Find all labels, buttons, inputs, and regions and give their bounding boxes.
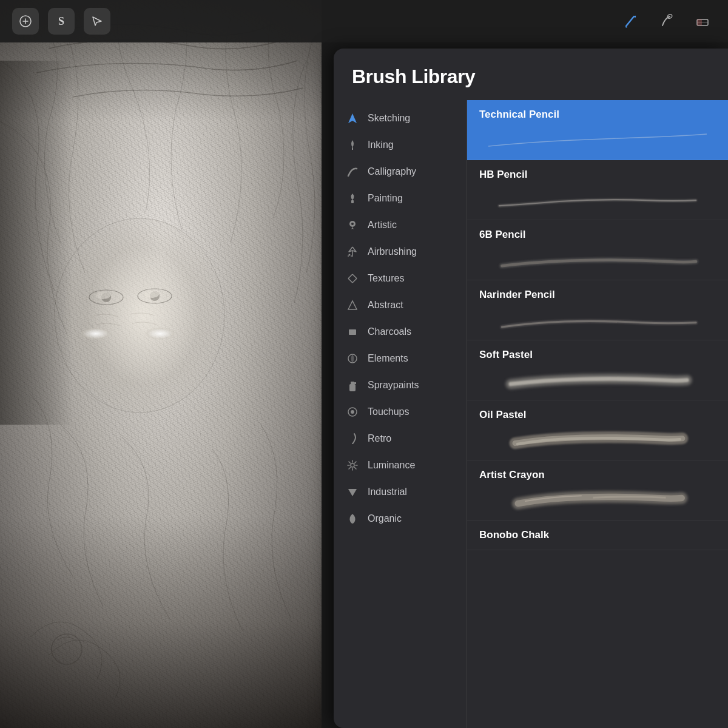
svg-point-6 [144,291,159,298]
artistic-label: Artistic [368,220,397,231]
elements-icon [346,352,359,365]
elements-label: Elements [368,353,408,364]
artistic-icon [346,218,359,232]
sidebar-item-elements[interactable]: Elements [334,345,467,372]
sidebar-item-retro[interactable]: Retro [334,425,467,452]
luminance-label: Luminance [368,460,415,471]
sidebar-item-airbrushing[interactable]: Airbrushing [334,238,467,265]
touchups-label: Touchups [368,406,410,417]
sidebar-item-sketching[interactable]: Sketching [334,105,467,132]
brush-item-narinder-pencil[interactable]: Narinder Pencil [467,280,728,340]
brush-list: Technical Pencil HB Pencil [467,100,728,728]
svg-point-24 [351,410,354,414]
svg-rect-12 [351,200,354,203]
industrial-icon [346,485,359,499]
sidebar-item-calligraphy[interactable]: Calligraphy [334,158,467,185]
svg-rect-21 [351,382,354,385]
calligraphy-icon [346,165,359,178]
sidebar-item-organic[interactable]: Organic [334,505,467,532]
svg-rect-22 [354,382,356,384]
painting-label: Painting [368,193,403,204]
brush-item-hb-pencil[interactable]: HB Pencil [467,160,728,220]
brush-name-6b-pencil: 6B Pencil [479,220,716,243]
svg-point-0 [55,218,224,413]
spraypaints-icon [346,379,359,392]
abstract-icon [346,298,359,312]
category-sidebar: Sketching Inking Calligraphy [334,100,467,728]
svg-point-7 [52,634,82,664]
brush-item-technical-pencil[interactable]: Technical Pencil [467,100,728,160]
svg-point-25 [351,463,354,467]
brush-item-artist-crayon[interactable]: Artist Crayon [467,460,728,521]
inking-icon [346,138,359,152]
sidebar-item-inking[interactable]: Inking [334,132,467,158]
organic-label: Organic [368,513,402,524]
brush-item-6b-pencil[interactable]: 6B Pencil [467,220,728,280]
svg-point-14 [351,223,354,225]
inking-label: Inking [368,140,394,150]
adjustments-icon[interactable]: S [48,8,75,35]
charcoals-icon [346,325,359,339]
touchups-icon [346,405,359,419]
brush-tool-icon[interactable] [618,8,644,35]
sidebar-item-spraypaints[interactable]: Spraypaints [334,372,467,399]
toolbar: S [0,0,728,42]
brush-name-narinder-pencil: Narinder Pencil [479,280,716,303]
sketching-label: Sketching [368,113,410,124]
textures-icon [346,272,359,285]
sidebar-item-textures[interactable]: Textures [334,265,467,292]
svg-point-17 [348,255,349,257]
sidebar-item-industrial[interactable]: Industrial [334,479,467,505]
svg-point-15 [349,254,351,256]
selection-icon[interactable] [84,8,110,35]
airbrushing-icon [346,245,359,258]
sidebar-item-charcoals[interactable]: Charcoals [334,318,467,345]
brush-name-soft-pastel: Soft Pastel [479,340,716,363]
canvas-area[interactable] [0,0,322,728]
panel-header: Brush Library [334,49,728,100]
sidebar-item-touchups[interactable]: Touchups [334,399,467,425]
textures-label: Textures [368,273,404,284]
svg-point-5 [96,292,110,299]
brush-name-bonobo-chalk: Bonobo Chalk [479,521,716,550]
brush-name-oil-pastel: Oil Pastel [479,400,716,423]
brush-name-hb-pencil: HB Pencil [479,160,716,183]
sidebar-item-painting[interactable]: Painting [334,185,467,212]
brush-preview-oil-pastel [479,423,716,460]
svg-point-16 [351,255,352,257]
brush-item-bonobo-chalk[interactable]: Bonobo Chalk [467,521,728,550]
sidebar-item-artistic[interactable]: Artistic [334,212,467,238]
brush-preview-artist-crayon [479,484,716,520]
brush-preview-soft-pastel [479,363,716,400]
brush-name-artist-crayon: Artist Crayon [479,460,716,484]
sketching-icon [346,112,359,125]
brush-library-panel: Brush Library Sketching I [334,49,728,728]
sidebar-item-luminance[interactable]: Luminance [334,452,467,479]
smudge-tool-icon[interactable] [653,8,680,35]
industrial-label: Industrial [368,487,407,497]
eraser-tool-icon[interactable] [689,8,716,35]
calligraphy-label: Calligraphy [368,166,416,177]
painting-icon [346,192,359,205]
panel-title: Brush Library [352,66,710,88]
retro-label: Retro [368,433,391,444]
luminance-icon [346,459,359,472]
spraypaints-label: Spraypaints [368,380,419,391]
wrench-icon[interactable] [12,8,39,35]
brush-preview-narinder-pencil [479,303,716,340]
svg-rect-11 [697,19,702,25]
charcoals-label: Charcoals [368,326,411,337]
brush-preview-hb-pencil [479,183,716,220]
svg-rect-20 [349,384,356,391]
abstract-label: Abstract [368,300,403,311]
brush-preview-technical-pencil [479,123,716,160]
brush-preview-6b-pencil [479,243,716,280]
sidebar-item-abstract[interactable]: Abstract [334,292,467,318]
brush-item-soft-pastel[interactable]: Soft Pastel [467,340,728,400]
airbrushing-label: Airbrushing [368,246,417,257]
retro-icon [346,432,359,445]
brush-item-oil-pastel[interactable]: Oil Pastel [467,400,728,460]
brush-name-technical-pencil: Technical Pencil [479,100,716,123]
svg-rect-18 [349,329,356,335]
organic-icon [346,512,359,525]
